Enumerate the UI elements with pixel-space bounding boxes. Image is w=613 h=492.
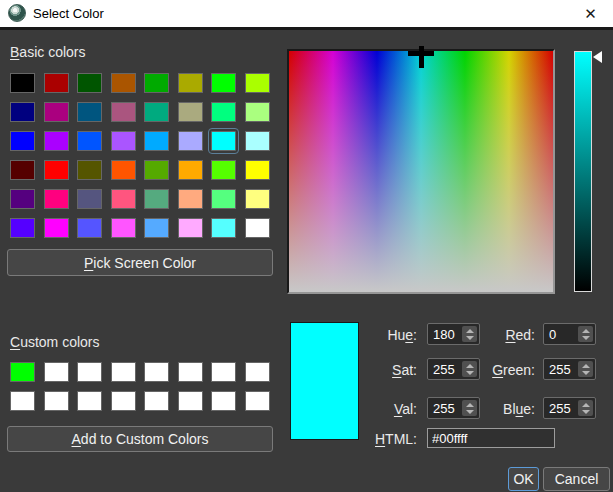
green-spinbox-buttons xyxy=(578,361,593,377)
color-swatch[interactable] xyxy=(178,189,203,209)
ok-button[interactable]: OK xyxy=(508,467,539,491)
color-swatch[interactable] xyxy=(144,189,169,209)
color-swatch[interactable] xyxy=(144,362,169,382)
color-swatch[interactable] xyxy=(211,160,236,180)
color-swatch[interactable] xyxy=(77,160,102,180)
color-swatch[interactable] xyxy=(77,362,102,382)
spin-down-icon[interactable] xyxy=(466,336,474,340)
color-swatch[interactable] xyxy=(77,102,102,122)
spin-up-icon[interactable] xyxy=(582,403,590,407)
html-input[interactable] xyxy=(427,428,555,448)
color-swatch[interactable] xyxy=(144,391,169,411)
color-swatch[interactable] xyxy=(10,160,35,180)
color-swatch[interactable] xyxy=(44,102,69,122)
color-swatch[interactable] xyxy=(211,391,236,411)
slider-arrow-icon[interactable] xyxy=(593,51,602,63)
blue-spinbox-value[interactable]: 255 xyxy=(544,398,578,418)
color-swatch[interactable] xyxy=(44,362,69,382)
color-swatch[interactable] xyxy=(245,189,270,209)
color-swatch[interactable] xyxy=(77,391,102,411)
spin-down-icon[interactable] xyxy=(582,410,590,414)
color-swatch[interactable] xyxy=(245,218,270,238)
color-swatch[interactable] xyxy=(211,102,236,122)
color-swatch[interactable] xyxy=(178,102,203,122)
color-swatch[interactable] xyxy=(178,160,203,180)
spin-down-icon[interactable] xyxy=(466,371,474,375)
color-swatch[interactable] xyxy=(211,189,236,209)
sat-spinbox-value[interactable]: 255 xyxy=(428,359,462,379)
spin-up-icon[interactable] xyxy=(466,329,474,333)
color-swatch[interactable] xyxy=(144,160,169,180)
red-spinbox[interactable]: 0 xyxy=(543,323,596,345)
spin-down-icon[interactable] xyxy=(466,410,474,414)
pick-screen-color-button[interactable]: Pick Screen Color xyxy=(7,249,273,276)
color-swatch[interactable] xyxy=(144,131,169,151)
hue-sat-map[interactable] xyxy=(287,49,555,294)
color-swatch[interactable] xyxy=(178,73,203,93)
spin-up-icon[interactable] xyxy=(466,403,474,407)
color-swatch[interactable] xyxy=(111,391,136,411)
spin-up-icon[interactable] xyxy=(582,364,590,368)
val-spinbox[interactable]: 255 xyxy=(427,397,480,419)
color-swatch[interactable] xyxy=(10,218,35,238)
green-spinbox[interactable]: 255 xyxy=(543,358,596,380)
color-swatch[interactable] xyxy=(111,218,136,238)
spin-up-icon[interactable] xyxy=(466,364,474,368)
color-swatch[interactable] xyxy=(111,131,136,151)
color-swatch[interactable] xyxy=(245,391,270,411)
color-swatch[interactable] xyxy=(10,102,35,122)
color-swatch[interactable] xyxy=(44,189,69,209)
color-swatch[interactable] xyxy=(10,362,35,382)
color-swatch[interactable] xyxy=(10,131,35,151)
add-to-custom-colors-button[interactable]: Add to Custom Colors xyxy=(7,426,273,452)
red-spinbox-value[interactable]: 0 xyxy=(544,324,578,344)
sat-spinbox[interactable]: 255 xyxy=(427,358,480,380)
spin-up-icon[interactable] xyxy=(582,329,590,333)
color-swatch[interactable] xyxy=(111,189,136,209)
color-swatch[interactable] xyxy=(111,362,136,382)
color-swatch[interactable] xyxy=(77,218,102,238)
color-swatch[interactable] xyxy=(211,362,236,382)
cancel-button[interactable]: Cancel xyxy=(543,467,610,491)
color-swatch[interactable] xyxy=(245,73,270,93)
color-swatch[interactable] xyxy=(144,102,169,122)
color-swatch[interactable] xyxy=(178,362,203,382)
val-spinbox-buttons xyxy=(462,400,477,416)
color-swatch[interactable] xyxy=(77,73,102,93)
color-swatch[interactable] xyxy=(178,391,203,411)
color-swatch[interactable] xyxy=(10,391,35,411)
color-swatch[interactable] xyxy=(44,160,69,180)
color-swatch[interactable] xyxy=(178,131,203,151)
color-swatch[interactable] xyxy=(111,73,136,93)
color-swatch[interactable] xyxy=(144,73,169,93)
color-swatch[interactable] xyxy=(44,73,69,93)
color-swatch[interactable] xyxy=(178,218,203,238)
color-swatch[interactable] xyxy=(111,160,136,180)
color-swatch[interactable] xyxy=(77,189,102,209)
color-swatch[interactable] xyxy=(10,73,35,93)
color-swatch[interactable] xyxy=(245,102,270,122)
red-spinbox-buttons xyxy=(578,326,593,342)
color-swatch[interactable] xyxy=(44,218,69,238)
color-swatch[interactable] xyxy=(211,218,236,238)
color-swatch[interactable] xyxy=(211,73,236,93)
green-spinbox-value[interactable]: 255 xyxy=(544,359,578,379)
spin-down-icon[interactable] xyxy=(582,371,590,375)
hue-spinbox[interactable]: 180 xyxy=(427,323,480,345)
color-swatch[interactable] xyxy=(44,391,69,411)
color-swatch[interactable] xyxy=(144,218,169,238)
close-button[interactable]: ✕ xyxy=(568,0,613,27)
hue-spinbox-value[interactable]: 180 xyxy=(428,324,462,344)
value-slider[interactable] xyxy=(574,51,592,292)
color-swatch[interactable] xyxy=(245,362,270,382)
spin-down-icon[interactable] xyxy=(582,336,590,340)
color-swatch[interactable] xyxy=(245,131,270,151)
color-swatch[interactable] xyxy=(10,189,35,209)
color-swatch[interactable] xyxy=(111,102,136,122)
val-spinbox-value[interactable]: 255 xyxy=(428,398,462,418)
color-swatch[interactable] xyxy=(211,131,236,151)
color-swatch[interactable] xyxy=(245,160,270,180)
color-swatch[interactable] xyxy=(77,131,102,151)
blue-spinbox[interactable]: 255 xyxy=(543,397,596,419)
color-swatch[interactable] xyxy=(44,131,69,151)
